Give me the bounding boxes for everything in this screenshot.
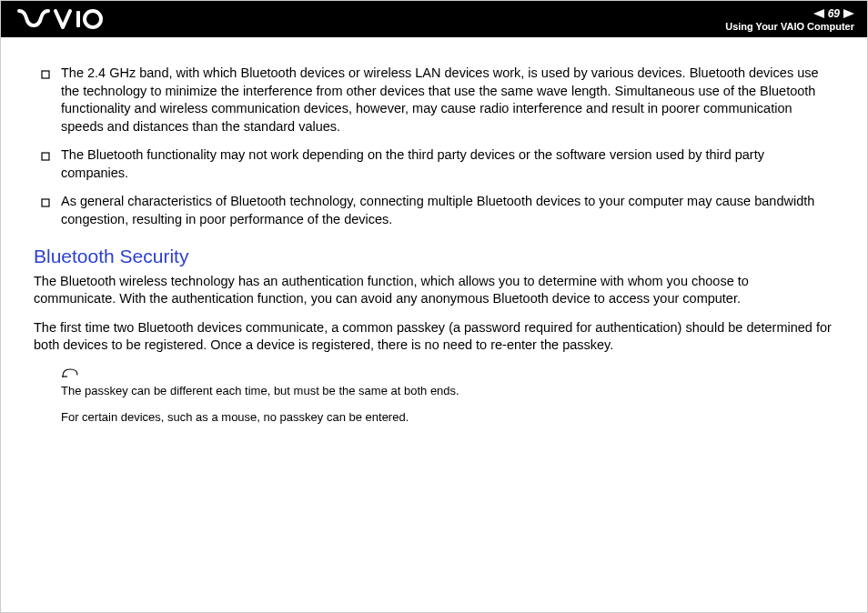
- svg-point-1: [85, 11, 101, 27]
- list-item: The 2.4 GHz band, with which Bluetooth d…: [34, 65, 834, 136]
- next-page-arrow-icon[interactable]: [843, 9, 854, 18]
- vaio-logo: [17, 9, 108, 29]
- note-block: The passkey can be different each time, …: [61, 366, 834, 426]
- header-title: Using Your VAIO Computer: [725, 21, 854, 32]
- page-number: 69: [828, 7, 840, 20]
- note-icon: [61, 366, 79, 382]
- header-right: 69 Using Your VAIO Computer: [725, 7, 854, 32]
- header-bar: 69 Using Your VAIO Computer: [1, 1, 867, 37]
- svg-rect-4: [42, 71, 49, 78]
- bullet-icon: [41, 195, 50, 213]
- bullet-icon: [41, 148, 50, 166]
- page-content: The 2.4 GHz band, with which Bluetooth d…: [1, 37, 867, 426]
- paragraph: The first time two Bluetooth devices com…: [34, 319, 834, 355]
- bullet-icon: [41, 66, 50, 85]
- list-item: As general characteristics of Bluetooth …: [34, 193, 834, 228]
- svg-marker-2: [813, 9, 824, 18]
- bullet-list: The 2.4 GHz band, with which Bluetooth d…: [34, 65, 834, 229]
- svg-rect-5: [42, 153, 49, 160]
- page-nav: 69: [813, 7, 854, 20]
- note-text: For certain devices, such as a mouse, no…: [61, 410, 834, 426]
- prev-page-arrow-icon[interactable]: [813, 9, 824, 18]
- note-text: The passkey can be different each time, …: [61, 384, 834, 399]
- list-item-text: The 2.4 GHz band, with which Bluetooth d…: [61, 65, 819, 134]
- list-item-text: As general characteristics of Bluetooth …: [61, 194, 814, 226]
- list-item: The Bluetooth functionality may not work…: [34, 146, 834, 182]
- list-item-text: The Bluetooth functionality may not work…: [61, 147, 764, 180]
- svg-rect-0: [76, 11, 80, 27]
- section-heading: Bluetooth Security: [34, 246, 834, 267]
- paragraph: The Bluetooth wireless technology has an…: [34, 273, 834, 308]
- svg-rect-6: [42, 199, 49, 206]
- svg-marker-3: [843, 9, 854, 18]
